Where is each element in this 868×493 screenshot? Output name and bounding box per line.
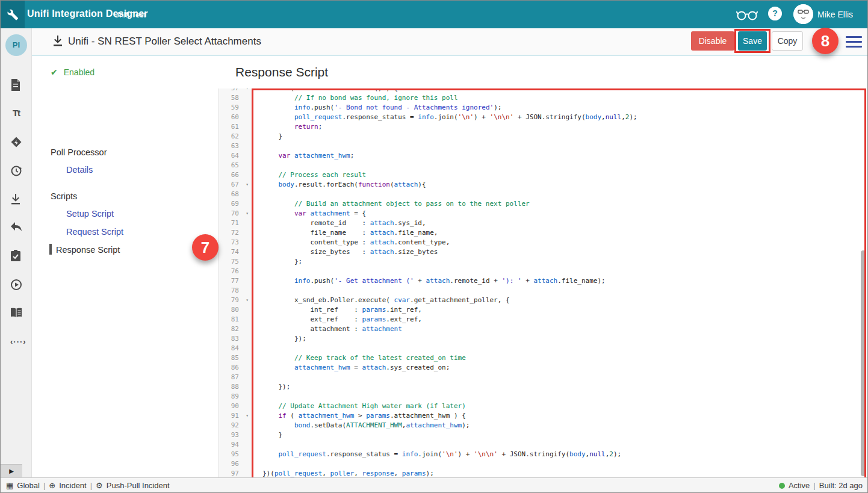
code-lines: 57▾ if ( !bond.isValidRecord() ) {58 // … [219,88,866,478]
code-line[interactable]: 57▾ if ( !bond.isValidRecord() ) { [219,88,866,93]
glasses-icon[interactable] [736,7,758,22]
code-line[interactable]: 67▾ body.result.forEach(function(attach)… [219,180,866,190]
fold-arrow-icon[interactable]: ▾ [246,88,249,93]
code-line[interactable]: 92 bond.setData(ATTACHMENT_HWM,attachmen… [219,421,866,430]
code-line[interactable]: 62 } [219,132,866,141]
code-line[interactable]: 83 }); [219,334,866,344]
top-header: Unifi Integration Designer Unifi Test ? … [1,1,867,28]
code-line[interactable]: 86 attachment_hwm = attach.sys_created_o… [219,363,866,373]
annotation-step-7: 7 [192,234,219,261]
nav-section-scripts: Scripts [51,191,77,201]
code-icon[interactable]: ‹···› [10,337,22,349]
code-line[interactable]: 97})(poll_request, poller, response, par… [219,469,866,478]
nav-item-request-script[interactable]: Request Script [66,227,123,237]
code-line[interactable]: 66 // Process each result [219,170,866,180]
document-icon[interactable] [10,79,22,91]
code-line[interactable]: 87 [219,373,866,382]
enabled-status[interactable]: ✔Enabled [51,67,95,77]
line-number: 68 [219,190,252,199]
code-text: ext_ref : params.ext_ref, [252,315,422,324]
code-line[interactable]: 78 [219,286,866,296]
code-line[interactable]: 69 // Build an attachment object to pass… [219,199,866,209]
disable-button[interactable]: Disable [691,31,734,51]
fold-arrow-icon[interactable]: ▾ [246,180,249,190]
code-line[interactable]: 58 // If no bond was found, ignore this … [219,93,866,103]
code-line[interactable]: 81 ext_ref : params.ext_ref, [219,315,866,324]
code-text: } [252,430,282,440]
code-text: }; [252,257,302,267]
code-text: poll_request.response_status = info.join… [252,450,621,459]
code-text: attachment : attachment [252,324,402,334]
code-line[interactable]: 65 [219,161,866,170]
code-line[interactable]: 59 info.push('- Bond not found - Attachm… [219,103,866,113]
history-icon[interactable] [10,165,22,177]
code-line[interactable]: 68 [219,190,866,199]
code-line[interactable]: 63 [219,141,866,151]
code-line[interactable]: 94 [219,440,866,450]
line-number: 82 [219,324,252,334]
code-line[interactable]: 91▾ if ( attachment_hwm > params.attachm… [219,411,866,421]
code-line[interactable]: 85 // Keep track of the latest created_o… [219,353,866,363]
code-line[interactable]: 95 poll_request.response_status = info.j… [219,450,866,459]
editor-scrollbar[interactable] [861,250,866,476]
code-line[interactable]: 61 return; [219,122,866,132]
script-editor[interactable]: 57▾ if ( !bond.isValidRecord() ) {58 // … [219,88,866,478]
copy-button[interactable]: Copy [772,31,803,51]
code-line[interactable]: 96 [219,459,866,469]
text-format-icon[interactable]: Tt [10,108,22,120]
download-icon[interactable] [10,193,22,205]
code-text: var attachment = { [252,209,366,219]
menu-icon[interactable] [846,36,862,48]
line-number: 59 [219,103,252,113]
code-text: poll_request.response_status = info.join… [252,113,637,122]
save-button[interactable]: Save [738,31,767,51]
code-line[interactable]: 80 int_ref : params.int_ref, [219,305,866,315]
fold-arrow-icon[interactable]: ▾ [246,209,249,219]
app-logo[interactable] [1,1,25,28]
code-line[interactable]: 84 [219,344,866,353]
play-circle-icon[interactable] [10,279,22,291]
nav-item-details[interactable]: Details [66,165,93,175]
code-line[interactable]: 88 }); [219,382,866,392]
clipboard-check-icon[interactable] [10,250,22,262]
code-line[interactable]: 60 poll_request.response_status = info.j… [219,113,866,122]
code-text: x_snd_eb.Poller.execute( cvar.get_attach… [252,296,510,305]
breadcrumb-label[interactable]: Incident [59,481,87,490]
code-line[interactable]: 71 remote_id : attach.sys_id, [219,219,866,228]
breadcrumb-label[interactable]: Push-Pull Incident [107,481,170,490]
help-icon[interactable]: ? [768,7,782,20]
nav-item-setup-script[interactable]: Setup Script [66,209,114,219]
line-number: 58 [219,93,252,103]
code-text [252,344,262,353]
code-line[interactable]: 76 [219,267,866,276]
user-avatar[interactable] [793,4,813,24]
user-name[interactable]: Mike Ellis [817,10,853,19]
code-line[interactable]: 73 content_type : attach.content_type, [219,238,866,247]
integration-avatar[interactable]: PI [5,34,27,56]
collapse-expand-toggle[interactable]: ▶ [1,464,22,477]
code-text: return; [252,122,322,132]
code-line[interactable]: 75 }; [219,257,866,267]
code-line[interactable]: 64 var attachment_hwm; [219,151,866,161]
breadcrumb-label[interactable]: Global [17,481,40,490]
code-text: bond.setData(ATTACHMENT_HWM,attachment_h… [252,421,470,430]
code-line[interactable]: 82 attachment : attachment [219,324,866,334]
nav-item-response-script[interactable]: Response Script [56,245,120,255]
line-number: 90 [219,402,252,411]
book-icon[interactable] [10,308,22,320]
code-line[interactable]: 93 } [219,430,866,440]
code-line[interactable]: 74 size_bytes : attach.size_bytes [219,247,866,257]
undo-icon[interactable] [10,222,22,234]
fold-arrow-icon[interactable]: ▾ [246,411,249,421]
fold-arrow-icon[interactable]: ▾ [246,296,249,305]
code-line[interactable]: 90 // Update Attachment High water mark … [219,402,866,411]
code-line[interactable]: 77 info.push('- Get attachment (' + atta… [219,276,866,286]
code-text: // Update Attachment High water mark (if… [252,402,466,411]
code-line[interactable]: 72 file_name : attach.file_name, [219,228,866,238]
scope-breadcrumb: ▦Global|⊕Incident|⚙Push-Pull Incident [6,481,170,490]
code-line[interactable]: 70▾ var attachment = { [219,209,866,219]
code-line[interactable]: 89 [219,392,866,402]
line-number: 84 [219,344,252,353]
navigate-diamond-icon[interactable] [10,136,22,148]
code-line[interactable]: 79▾ x_snd_eb.Poller.execute( cvar.get_at… [219,296,866,305]
